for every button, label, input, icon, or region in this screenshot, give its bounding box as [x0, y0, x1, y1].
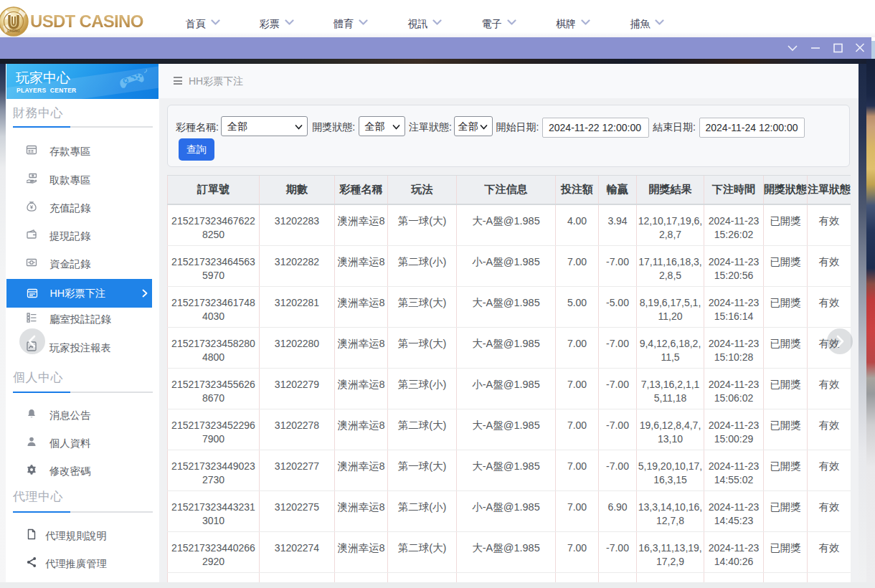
svg-text:CASINO: CASINO	[7, 29, 20, 33]
